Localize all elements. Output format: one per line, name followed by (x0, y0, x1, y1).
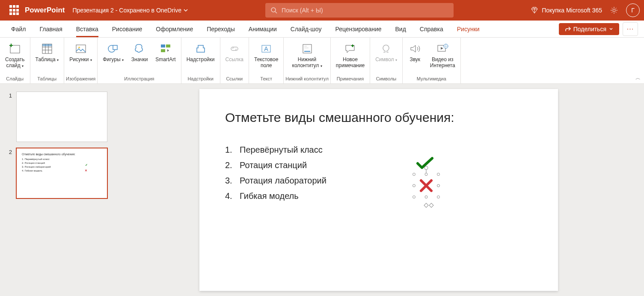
ribbon-icon (343, 42, 357, 56)
list-item[interactable]: 4.Гибкая модель (225, 188, 532, 204)
ribbon-group-ссылки: СсылкаСсылки (220, 38, 249, 83)
svg-line-1 (275, 12, 277, 13)
list-item[interactable]: 1.Перевёрнутый класс (225, 142, 532, 157)
tab-слайд-шоу[interactable]: Слайд-шоу (284, 21, 329, 37)
checkmark-shape[interactable] (416, 157, 434, 172)
svg-rect-13 (113, 45, 117, 50)
collapse-ribbon-button[interactable]: ︿ (635, 74, 641, 82)
search-box[interactable] (265, 3, 454, 18)
svg-rect-16 (161, 49, 165, 52)
resize-handle[interactable] (425, 195, 428, 198)
ribbon-icon (379, 42, 393, 56)
slide-thumbnail-panel[interactable]: 12Отметьте виды смешанного обучения:1. П… (0, 84, 113, 296)
ribbon-group-label: Иллюстрация (124, 75, 154, 83)
ribbon-btn-фигуры[interactable]: Фигуры ▾ (99, 40, 127, 75)
tab-рисование[interactable]: Рисование (105, 21, 149, 37)
ribbon-btn-звук[interactable]: Звук (404, 40, 426, 75)
resize-handle[interactable] (413, 195, 415, 198)
ribbon-icon (300, 42, 314, 56)
slide-title[interactable]: Отметьте виды смешанного обучения: (225, 110, 532, 125)
svg-point-11 (78, 47, 80, 48)
tab-переходы[interactable]: Переходы (200, 21, 242, 37)
search-input[interactable] (282, 7, 448, 14)
adjust-handle[interactable] (424, 203, 428, 207)
tab-анимации[interactable]: Анимации (242, 21, 284, 37)
ribbon-icon (106, 42, 120, 56)
tab-рисунки[interactable]: Рисунки (450, 21, 487, 37)
slide[interactable]: Отметьте виды смешанного обучения: 1.Пер… (199, 89, 558, 291)
thumbnail-preview[interactable]: Отметьте виды смешанного обучения:1. Пер… (16, 148, 107, 198)
list-item[interactable]: 3.Ротация лабораторий (225, 173, 532, 188)
more-options-button[interactable]: ··· (623, 22, 638, 36)
slide-list[interactable]: 1.Перевёрнутый класс2.Ротация станций3.Р… (225, 142, 532, 204)
ribbon-btn-нижний-колонтитул[interactable]: Нижнийколонтитул ▾ (289, 40, 326, 75)
doc-name: Презентация 2 (73, 7, 114, 14)
x-mark-shape-selected[interactable] (414, 175, 438, 197)
settings-icon[interactable] (610, 6, 618, 15)
share-icon (565, 26, 571, 32)
svg-rect-3 (10, 45, 20, 53)
ribbon-icon (74, 42, 88, 56)
ribbon-group-label: Слайды (6, 75, 24, 83)
svg-rect-15 (166, 44, 170, 47)
svg-rect-9 (42, 44, 52, 46)
ribbon-btn-видео из-интернета[interactable]: Видео изИнтернета (427, 40, 459, 75)
ribbon-group-label: Текст (260, 75, 272, 83)
ribbon-group-надстройки: НадстройкиНадстройки (181, 38, 220, 83)
diamond-icon (531, 6, 538, 14)
ribbon-group-label: Таблицы (37, 75, 56, 83)
svg-point-2 (613, 9, 615, 12)
ribbon-icon (436, 42, 449, 56)
ribbon-icon (228, 42, 241, 56)
ribbon-icon (194, 42, 208, 56)
ribbon-icon (8, 42, 22, 56)
ribbon-btn-создать-слайд[interactable]: Создатьслайд ▾ (2, 40, 28, 75)
search-icon (270, 7, 277, 14)
slide-canvas-area[interactable]: Отметьте виды смешанного обучения: 1.Пер… (113, 84, 644, 296)
tab-справка[interactable]: Справка (413, 21, 450, 37)
ribbon-btn-новое-примечание[interactable]: Новоепримечание (332, 40, 368, 75)
chevron-down-icon (183, 8, 188, 13)
ribbon-group-label: Ссылки (226, 75, 243, 83)
list-item[interactable]: 2.Ротация станций (225, 157, 532, 173)
ribbon-group-label: Мультимедиа (417, 75, 446, 83)
slide-thumbnail[interactable]: 1 (6, 92, 107, 142)
svg-point-0 (271, 8, 276, 12)
app-launcher-icon[interactable] (9, 5, 20, 15)
ribbon-btn-smartart[interactable]: SmartArt (152, 40, 179, 75)
ribbon-group-мультимедиа: ЗвукВидео изИнтернетаМультимедиа (403, 38, 461, 83)
resize-handle[interactable] (425, 173, 428, 176)
adjust-handle[interactable] (429, 203, 433, 207)
ribbon-group-символы: Символ ▾Символы (370, 38, 403, 83)
tab-оформление[interactable]: Оформление (149, 21, 200, 37)
ribbon-group-label: Примечания (337, 75, 364, 83)
tab-вставка[interactable]: Вставка (69, 21, 105, 37)
resize-handle[interactable] (437, 173, 440, 176)
ribbon-icon (408, 42, 422, 56)
tab-рецензирование[interactable]: Рецензирование (328, 21, 388, 37)
ribbon-group-иллюстрация: Фигуры ▾ЗначкиSmartArtИллюстрация (98, 38, 181, 83)
resize-handle[interactable] (437, 184, 440, 187)
tab-вид[interactable]: Вид (389, 21, 413, 37)
saved-status: - Сохранено в OneDrive (116, 7, 181, 14)
ribbon-btn-таблица[interactable]: Таблица ▾ (32, 40, 62, 75)
thumbnail-preview[interactable] (16, 92, 107, 142)
share-button[interactable]: Поделиться (559, 23, 619, 35)
user-avatar[interactable]: Г (626, 3, 640, 17)
ribbon-btn-рисунки[interactable]: Рисунки ▾ (66, 40, 95, 75)
resize-handle[interactable] (437, 195, 440, 198)
ribbon-btn-значки[interactable]: Значки (128, 40, 151, 75)
resize-handle[interactable] (413, 173, 415, 176)
slide-thumbnail[interactable]: 2Отметьте виды смешанного обучения:1. Пе… (6, 148, 107, 198)
ribbon-btn-текстовое-поле[interactable]: AТекстовоеполе (251, 40, 282, 75)
buy-microsoft-365[interactable]: Покупка Microsoft 365 (531, 6, 602, 14)
document-title[interactable]: Презентация 2 - Сохранено в OneDrive (73, 7, 189, 14)
tab-главная[interactable]: Главная (33, 21, 69, 37)
title-bar: PowerPoint Презентация 2 - Сохранено в O… (0, 0, 644, 21)
ribbon-tabs: ФайлГлавнаяВставкаРисованиеОформлениеПер… (0, 21, 644, 38)
svg-text:A: A (264, 45, 269, 52)
ribbon-btn-надстройки[interactable]: Надстройки (183, 40, 218, 75)
resize-handle[interactable] (413, 184, 415, 187)
tab-файл[interactable]: Файл (4, 21, 33, 37)
ribbon-group-label: Надстройки (187, 75, 213, 83)
